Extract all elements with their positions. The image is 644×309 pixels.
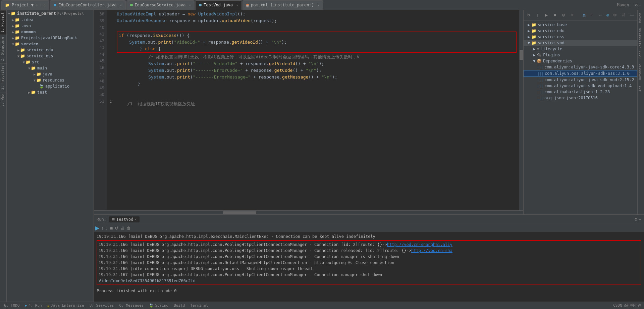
maven-dep-json[interactable]: ||| org.json:json:20170516 (524, 95, 637, 101)
idea-arrow[interactable]: ▶ (12, 18, 14, 22)
maven-toggle-btn[interactable]: ≡ (569, 11, 576, 19)
tab-edu-controller-close[interactable]: ✕ (120, 3, 122, 7)
tree-java[interactable]: ▶ 📁 java (7, 71, 94, 77)
run-scroll-down-btn[interactable]: ↓ (106, 225, 108, 231)
run-tab[interactable]: 🖥 TestVod ✕ (109, 216, 140, 222)
console-link-2[interactable]: http://vod.cn-sha (411, 248, 452, 253)
maven-service-vod[interactable]: ▼ 📁 service_vod (524, 40, 637, 46)
maven-dep-vod[interactable]: ||| com.aliyun:aliyun-java-sdk-vod:2.15.… (524, 77, 637, 83)
tree-main[interactable]: ▼ 📁 main (7, 65, 94, 71)
maven-refresh-btn[interactable]: ↻ (525, 11, 532, 19)
maven-oss-arrow[interactable]: ▶ (528, 35, 530, 39)
maven-skip-btn[interactable]: ⊘ (560, 11, 567, 19)
src-arrow[interactable]: ▼ (23, 60, 25, 64)
tree-test[interactable]: ▶ 📁 test (7, 89, 94, 95)
maven-expand-btn[interactable]: ⇵ (620, 11, 627, 19)
maven-dep-upload[interactable]: ||| com.aliyun:aliyun-sdk-vod-upload:1.4 (524, 83, 637, 89)
panel-tab-project[interactable]: 1: Project (0, 10, 6, 35)
maven-dependencies[interactable]: ▼ 📦 Dependencies (524, 58, 637, 64)
tab-pom-xml[interactable]: m pom.xml (institute_parent) ✕ (243, 0, 323, 10)
right-tab-bean[interactable]: Bean Validation (638, 25, 644, 61)
maven-collapse-btn[interactable]: — (629, 11, 636, 19)
status-services[interactable]: 8: Services (88, 303, 115, 308)
service-edu-arrow[interactable]: ▶ (17, 48, 19, 52)
main-arrow[interactable]: ▼ (28, 66, 30, 70)
editor-hscrollbar[interactable] (94, 210, 523, 214)
maven-edu-arrow[interactable]: ▶ (528, 29, 530, 33)
run-play-btn[interactable]: ▶ (95, 225, 99, 231)
tab-edu-service-close[interactable]: ✕ (189, 3, 191, 7)
maven-arrow-left-btn[interactable]: ← (597, 11, 604, 19)
maven-lifecycle[interactable]: ▶ ⚙ Lifecycle (524, 46, 637, 52)
panel-tab-web[interactable]: 3: Web (0, 92, 6, 108)
common-arrow[interactable]: ▶ (12, 30, 14, 34)
maven-lifecycle-arrow[interactable]: ▶ (533, 47, 535, 51)
tab-test-vod[interactable]: TestVod.java ✕ (195, 0, 242, 10)
mvn-arrow[interactable]: ▶ (12, 24, 14, 28)
maven-dep-fastjson[interactable]: ||| com.alibaba:fastjson:1.2.28 (524, 89, 637, 95)
status-terminal[interactable]: Terminal (189, 303, 209, 308)
run-trash-btn[interactable]: 🗑 (127, 226, 131, 230)
test-arrow[interactable]: ▶ (28, 91, 30, 94)
run-restart-btn[interactable]: ↺ (115, 225, 119, 231)
maven-plus-btn[interactable]: + (588, 11, 596, 19)
tree-service-oss[interactable]: ▼ 📁 service_oss (7, 53, 94, 59)
tree-application[interactable]: 🍃 applicatio (7, 83, 94, 89)
tree-root[interactable]: ▼ 📁 institute_parent F:\Projects\ (7, 10, 94, 17)
run-scroll-up-btn[interactable]: ↑ (101, 225, 104, 231)
maven-plugins-arrow[interactable]: ▶ (533, 53, 535, 57)
tab-edu-controller[interactable]: EduCourseController.java ✕ (50, 0, 125, 10)
logback-arrow[interactable]: ▶ (12, 36, 14, 40)
java-arrow[interactable]: ▶ (34, 72, 36, 76)
tab-project[interactable]: 📁 Project ▼ ⊕ ↕ ⚙ (1, 0, 49, 10)
right-tab-maven[interactable]: Maven (638, 10, 644, 25)
maven-deps-arrow[interactable]: ▼ (533, 59, 535, 63)
status-build[interactable]: Build (172, 303, 186, 308)
tree-mvn[interactable]: ▶ 📁 .mvn (7, 23, 94, 29)
panel-tab-favorites[interactable]: 2: Favorites (0, 63, 6, 92)
maven-stop-btn[interactable]: ■ (551, 11, 558, 19)
status-java-enterprise[interactable]: ☕ Java Enterprise (46, 303, 86, 308)
maven-settings-btn[interactable]: ⚙ (611, 11, 619, 19)
maven-dep-core[interactable]: ||| com.aliyun:aliyun-java-sdk-core:4.3.… (524, 64, 637, 70)
service-arrow[interactable]: ▼ (12, 42, 14, 46)
run-stop-btn[interactable]: ■ (110, 225, 113, 231)
maven-service-base[interactable]: ▶ 📁 service_base (524, 22, 637, 28)
tab-edu-service[interactable]: EduCourseService.java ✕ (126, 0, 195, 10)
panel-tab-structure[interactable]: 2: Structure (0, 35, 6, 63)
console-highlight-block: 19:19:31.166 [main] DEBUG org.apache.htt… (97, 240, 641, 285)
right-tab-database[interactable]: Database (638, 61, 644, 83)
maven-base-arrow[interactable]: ▶ (528, 22, 530, 27)
maven-dep-oss[interactable]: ||| com.aliyun.oss:aliyun-sdk-oss:3.1.0 (524, 70, 637, 77)
service-oss-arrow[interactable]: ▼ (17, 54, 19, 58)
status-run[interactable]: ▶ 4: Run (23, 303, 43, 308)
maven-plugins[interactable]: ▶ 🔌 Plugins (524, 52, 637, 58)
console-link-1[interactable]: http://vod.cn-shanghai.aliy (387, 242, 452, 247)
tree-service-edu[interactable]: ▶ 📁 service_edu (7, 47, 94, 53)
run-print-btn[interactable]: 🖨 (121, 226, 125, 230)
tab-test-vod-close[interactable]: ✕ (236, 3, 238, 7)
run-settings-icon[interactable]: ⚙ (635, 217, 637, 222)
run-close-icon[interactable]: — (639, 217, 641, 222)
run-tab-close[interactable]: ✕ (135, 217, 137, 221)
tab-pom-xml-close[interactable]: ✕ (317, 3, 319, 7)
maven-service-oss[interactable]: ▶ 📁 service_oss (524, 34, 637, 40)
tree-logback[interactable]: ▶ 📁 ProjectsjavalDEALogBack (7, 35, 94, 41)
tree-service[interactable]: ▼ 📁 service (7, 41, 94, 47)
maven-service-edu[interactable]: ▶ 📁 service_edu (524, 28, 637, 34)
tree-src[interactable]: ▼ 📁 src (7, 59, 94, 65)
tree-resources[interactable]: ▼ 📁 resources (7, 77, 94, 83)
right-tab-ant[interactable]: Ant (638, 83, 644, 94)
status-messages[interactable]: 0: Messages (118, 303, 145, 308)
resources-arrow[interactable]: ▼ (34, 79, 36, 82)
tree-common[interactable]: ▶ 📁 common (7, 29, 94, 35)
status-todo[interactable]: 6: TODO (3, 303, 21, 308)
maven-run-btn[interactable]: ▶ (542, 11, 550, 19)
maven-vod-arrow[interactable]: ▼ (528, 41, 530, 45)
editor-scrollbar[interactable] (519, 10, 523, 210)
root-arrow[interactable]: ▼ (8, 12, 10, 15)
maven-download-btn[interactable]: ↓ (534, 11, 541, 19)
tree-idea[interactable]: ▶ 📁 .idea (7, 17, 94, 23)
code-content[interactable]: UploadVideoImpl uploader = new UploadVid… (114, 10, 519, 210)
status-spring[interactable]: 🍃 Spring (148, 303, 170, 308)
